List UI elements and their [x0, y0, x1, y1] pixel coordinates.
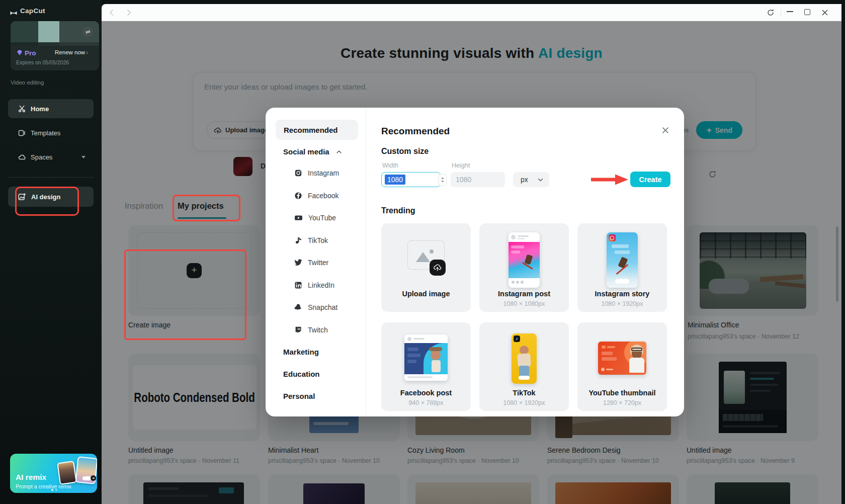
trending-card-title: YouTube thumbnail [577, 389, 667, 397]
menu-section-marketing[interactable]: Marketing [283, 348, 319, 356]
chevron-down-icon [81, 156, 86, 158]
youtube-icon [294, 214, 303, 222]
scissors-icon [18, 105, 26, 113]
trending-card-instagram-story[interactable]: Instagram story 1080 × 1920px [577, 223, 667, 312]
create-button[interactable]: Create [630, 172, 670, 187]
minimize-button[interactable] [787, 11, 793, 12]
menu-section-education[interactable]: Education [283, 370, 320, 378]
trending-card-tiktok[interactable]: ♪ TikTok 1080 × 1920px [479, 322, 569, 411]
sidebar-item-spaces[interactable]: Spaces [8, 147, 94, 166]
annotation-box-create-image [124, 249, 246, 340]
chevron-up-icon[interactable] [336, 150, 342, 154]
width-value-selected: 1080 [385, 175, 405, 185]
custom-size-heading: Custom size [381, 147, 429, 156]
stepper-up-icon [441, 177, 444, 179]
annotation-box-ai-design [15, 187, 79, 216]
capcut-logo-icon [10, 9, 18, 17]
profile-card[interactable]: ⇌ Pro Renew now› Expires on 05/05/2026 [11, 21, 99, 70]
sidebar-item-label: Templates [31, 129, 60, 137]
facebook-post-preview [404, 334, 448, 381]
trending-card-size: 1080 × 1080px [479, 300, 569, 307]
trending-card-size: 1080 × 1920px [577, 300, 667, 307]
tiktok-icon [294, 236, 302, 244]
size-picker-dialog: Recommended Social media Instagram Faceb… [266, 108, 684, 416]
height-label: Height [452, 162, 470, 169]
carousel-dot[interactable] [55, 489, 57, 491]
trending-card-facebook-post[interactable]: Facebook post 940 × 788px [381, 322, 471, 411]
youtube-thumbnail-preview [598, 342, 646, 375]
dialog-close-button[interactable] [661, 126, 670, 135]
trending-card-size: 1080 × 1920px [479, 399, 569, 406]
annotation-arrow-create [589, 173, 630, 186]
nav-forward-icon[interactable] [125, 9, 133, 17]
linkedin-icon [294, 281, 302, 289]
tiktok-note-icon: ♪ [514, 335, 520, 342]
remix-arrow-icon: ➜ [91, 475, 96, 481]
sidebar-item-label: Home [31, 105, 49, 113]
annotation-box-my-projects [173, 195, 240, 221]
trending-card-title: Instagram post [479, 290, 569, 298]
remix-subtitle: Prompt a creative remix [16, 483, 71, 489]
maximize-button[interactable] [804, 9, 810, 15]
app-screen: CapCut ⇌ Pro Renew now› Expires on 05/05… [0, 0, 845, 504]
menu-item-youtube[interactable]: YouTube [294, 214, 336, 222]
close-button[interactable] [821, 9, 829, 17]
instagram-post-preview [509, 232, 540, 288]
menu-section-personal[interactable]: Personal [283, 392, 315, 400]
refresh-icon[interactable] [767, 9, 775, 17]
templates-icon [18, 129, 26, 137]
unit-dropdown[interactable]: px [513, 172, 549, 187]
trending-card-title: Facebook post [381, 389, 471, 397]
trending-card-instagram-post[interactable]: Instagram post 1080 × 1080px [479, 223, 569, 312]
width-stepper[interactable] [439, 174, 447, 186]
chevron-right-icon: › [86, 49, 88, 55]
cloud-icon [18, 153, 26, 161]
tiktok-preview: ♪ [512, 333, 537, 384]
menu-item-snapchat[interactable]: Snapchat [294, 303, 337, 311]
pro-gem-icon [16, 50, 23, 56]
instagram-icon [294, 169, 302, 177]
carousel-dot[interactable] [51, 489, 53, 491]
trending-card-youtube-thumbnail[interactable]: YouTube thumbnail 1280 × 720px [577, 322, 667, 411]
twitter-icon [294, 259, 302, 266]
dialog-title: Recommended [381, 126, 450, 137]
sidebar-section-label: Video editing [11, 79, 44, 86]
height-input[interactable]: 1080 [451, 172, 505, 187]
menu-item-linkedin[interactable]: LinkedIn [294, 281, 334, 289]
sidebar-item-templates[interactable]: Templates [8, 123, 94, 142]
remix-photo [57, 461, 77, 485]
trending-card-title: TikTok [479, 389, 569, 397]
width-label: Width [382, 162, 398, 169]
remix-title: AI remix [16, 473, 46, 482]
snapchat-icon [294, 303, 302, 311]
twitch-icon [294, 326, 302, 334]
pro-badge: Pro [25, 49, 36, 57]
trending-card-size: 940 × 788px [381, 399, 471, 406]
nav-back-icon[interactable] [108, 9, 116, 17]
dialog-category-menu: Recommended Social media Instagram Faceb… [266, 108, 366, 416]
menu-item-instagram[interactable]: Instagram [294, 169, 339, 177]
menu-item-recommended[interactable]: Recommended [276, 120, 358, 140]
trending-card-size: 1280 × 720px [577, 399, 667, 406]
menu-section-social-media[interactable]: Social media [283, 147, 329, 156]
trending-card-title: Upload image [381, 290, 471, 298]
instagram-story-preview [607, 232, 638, 288]
menu-item-twitch[interactable]: Twitch [294, 326, 328, 334]
window-titlebar [102, 4, 841, 21]
upload-badge [430, 260, 446, 276]
trending-card-upload-image[interactable]: Upload image [381, 223, 471, 312]
titlebar-separator [781, 10, 781, 16]
switch-account-icon[interactable]: ⇌ [82, 27, 93, 37]
sidebar-item-home[interactable]: Home [8, 99, 94, 118]
menu-item-tiktok[interactable]: TikTok [294, 236, 328, 244]
stepper-down-icon [441, 181, 444, 183]
upload-cloud-icon [433, 264, 442, 272]
ai-remix-banner[interactable]: ➜ AI remix Prompt a creative remix [10, 454, 97, 493]
width-input[interactable]: 1080 [381, 172, 441, 187]
renew-now-link[interactable]: Renew now› [55, 49, 88, 55]
sidebar: CapCut ⇌ Pro Renew now› Expires on 05/05… [0, 0, 102, 504]
sidebar-divider [8, 177, 94, 178]
menu-item-twitter[interactable]: Twitter [294, 259, 328, 267]
menu-item-facebook[interactable]: Facebook [294, 192, 339, 200]
sidebar-item-label: Spaces [31, 153, 52, 161]
